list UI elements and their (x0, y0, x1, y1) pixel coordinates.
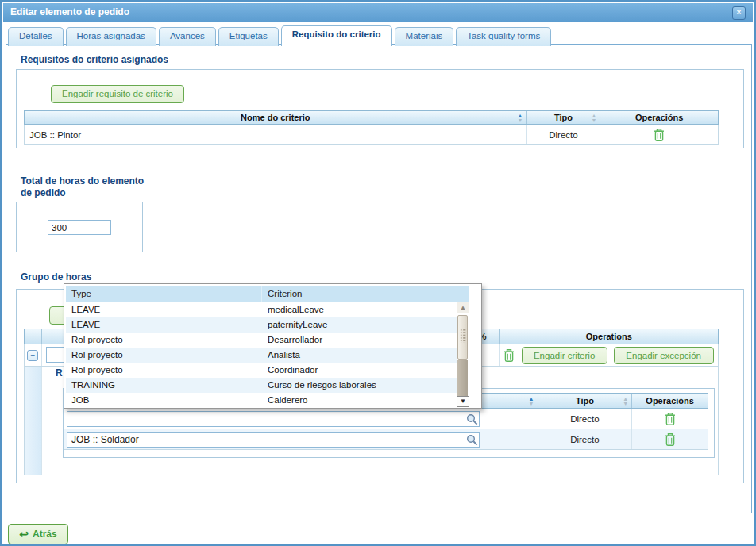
back-arrow-icon: ↩ (19, 529, 29, 540)
scrollbar-track[interactable] (457, 360, 468, 396)
popup-scrollbar: ▲ ▼ (457, 286, 469, 407)
assigned-col-type-header[interactable]: Tipo ▲ ▼ (527, 111, 601, 124)
close-icon[interactable]: × (732, 6, 746, 20)
search-icon[interactable] (465, 413, 479, 426)
popup-type-header: Type (66, 286, 262, 302)
tab-task-quality-forms[interactable]: Task quality forms (456, 27, 551, 46)
nested-col-operations-header: Operacións (632, 394, 708, 408)
collapse-icon[interactable]: − (27, 350, 38, 361)
trash-icon[interactable] (664, 412, 677, 426)
add-exception-button[interactable]: Engadir excepción (614, 347, 714, 364)
assigned-col-name-header[interactable]: Nome do criterio ▲ ▼ (25, 111, 527, 124)
trash-icon[interactable] (503, 348, 515, 363)
assigned-table: Nome do criterio ▲ ▼ Tipo ▲ ▼ Operacións… (24, 110, 719, 145)
sort-icons: ▲ ▼ (529, 397, 534, 406)
popup-option[interactable]: Rol proyecto Desarrollador (66, 333, 457, 348)
sort-desc-icon[interactable]: ▼ (518, 117, 523, 122)
popup-option[interactable]: Rol proyecto Coordinador (66, 363, 457, 378)
tab-requisito-do-criterio[interactable]: Requisito do criterio (281, 25, 392, 46)
popup-option[interactable]: LEAVE paternityLeave (66, 317, 457, 333)
popup-option[interactable]: TRAINING Curso de riesgos laborales (66, 378, 457, 393)
expander-cell: − (25, 344, 42, 366)
scrollbar-thumb[interactable] (457, 315, 468, 360)
tab-detalles[interactable]: Detalles (8, 27, 64, 46)
tab-materiais[interactable]: Materiais (395, 27, 454, 46)
edit-order-element-dialog: Editar elemento de pedido × Detalles Hor… (0, 0, 756, 546)
dialog-titlebar: Editar elemento de pedido × (3, 3, 753, 22)
expander-col-header (25, 329, 42, 344)
operations-cell (600, 125, 718, 144)
criterion-type-cell: Directo (538, 409, 633, 429)
popup-option[interactable]: Rol proyecto Analista (66, 348, 457, 363)
criterion-type-cell: Directo (527, 125, 601, 144)
operations-cell (632, 429, 708, 449)
sort-icons: ▲ ▼ (591, 113, 596, 122)
criterion-type-cell: Directo (538, 429, 633, 449)
operations-cell (632, 409, 708, 429)
expanded-strip (25, 367, 42, 475)
tab-bar: Detalles Horas asignadas Avances Etiquet… (8, 25, 551, 46)
scrollbar-down-icon[interactable]: ▼ (457, 396, 469, 407)
nested-col-type-header[interactable]: Tipo ▲ ▼ (538, 394, 633, 408)
sort-icons: ▲ ▼ (623, 397, 628, 406)
search-icon[interactable] (465, 433, 479, 447)
total-hours-input[interactable] (48, 220, 111, 235)
table-row: JOB :: Soldador Directo (64, 429, 708, 450)
dialog-title: Editar elemento de pedido (10, 6, 129, 17)
scrollbar-up-icon[interactable]: ▲ (457, 302, 469, 313)
total-hours-label: Total de horas do elemento de pedido (21, 175, 144, 199)
criterion-name-cell: JOB :: Pintor (25, 125, 527, 144)
group-operations-cell: Engadir criterio Engadir excepción (500, 344, 718, 366)
popup-option[interactable]: LEAVE medicalLeave (66, 302, 457, 317)
criterion-search-input[interactable]: JOB :: Soldador (67, 432, 480, 448)
back-button[interactable]: ↩ Atrás (8, 524, 68, 544)
tab-etiquetas[interactable]: Etiquetas (218, 27, 279, 46)
criterion-search-input[interactable] (67, 411, 480, 427)
trash-icon[interactable] (653, 128, 665, 142)
sort-desc-icon[interactable]: ▼ (623, 401, 628, 406)
add-criterion-requirement-button[interactable]: Engadir requisito de criterio (51, 85, 184, 103)
table-row: JOB :: Pintor Directo (24, 125, 719, 145)
assigned-section-title: Requisitos do criterio asignados (21, 54, 168, 65)
popup-criterion-header: Criterion (262, 286, 457, 302)
popup-option[interactable]: JOB Calderero (66, 393, 457, 408)
trash-icon[interactable] (664, 433, 677, 447)
sort-desc-icon[interactable]: ▼ (529, 401, 534, 406)
tab-avances[interactable]: Avances (159, 27, 216, 46)
assigned-col-operations-header: Operacións (600, 111, 718, 124)
table-row: Directo (64, 409, 708, 429)
tab-horas-asignadas[interactable]: Horas asignadas (66, 27, 156, 46)
sort-icons: ▲ ▼ (518, 113, 523, 122)
sort-desc-icon[interactable]: ▼ (591, 117, 596, 122)
operations-col-header: Operations (500, 329, 718, 344)
criterion-autocomplete-popup: Type Criterion LEAVE medicalLeave LEAVE … (64, 283, 482, 409)
hours-group-title: Grupo de horas (21, 271, 91, 283)
nested-requisitos-label-partial: R (56, 367, 63, 379)
add-criterion-button[interactable]: Engadir criterio (522, 347, 608, 364)
